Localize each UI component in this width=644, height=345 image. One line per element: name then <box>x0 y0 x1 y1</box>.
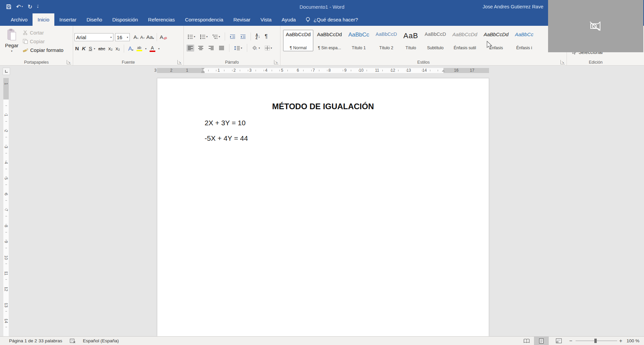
web-layout-icon <box>556 338 562 343</box>
bullets-button[interactable]: ▾ <box>186 33 196 40</box>
right-indent-marker[interactable] <box>442 70 445 72</box>
style-subtitulo[interactable]: AaBbCcDSubtítulo <box>422 30 449 51</box>
print-layout-icon <box>539 338 544 344</box>
italic-button[interactable]: K <box>82 46 86 51</box>
bold-button[interactable]: N <box>75 46 79 51</box>
font-color-button[interactable]: A <box>150 46 155 52</box>
estilos-dialog-launcher[interactable]: ↘ <box>560 60 565 64</box>
align-left-button[interactable] <box>186 45 194 52</box>
tab-stop-selector[interactable] <box>3 68 10 75</box>
ruler-top-margin <box>3 78 9 99</box>
tab-disposicion[interactable]: Disposición <box>107 13 143 26</box>
paste-button[interactable]: Pegar ▾ <box>3 28 21 58</box>
cut-button[interactable]: Cortar <box>23 29 63 36</box>
undo-button[interactable]: ↶▾ <box>16 4 23 10</box>
tab-referencias[interactable]: Referencias <box>143 13 180 26</box>
font-size-value: 16 <box>117 34 122 40</box>
align-right-button[interactable] <box>207 45 215 52</box>
tell-me-box[interactable]: ¿Qué desea hacer? <box>306 13 358 26</box>
proofing-status-button[interactable] <box>70 337 76 345</box>
redo-button[interactable]: ↻ <box>28 4 32 10</box>
shrink-font-button[interactable]: A˅ <box>140 35 145 40</box>
ruler-number: 6 <box>297 68 299 73</box>
grow-font-button[interactable]: A˄ <box>133 34 139 40</box>
style-enfasis-sutil[interactable]: AaBbCcDdÉnfasis sutil <box>450 30 480 51</box>
parrafo-dialog-launcher[interactable]: ↘ <box>274 60 278 64</box>
font-color-dropdown-icon[interactable]: ▾ <box>158 47 160 50</box>
fuente-dialog-launcher[interactable]: ↘ <box>177 60 182 64</box>
multilevel-list-button[interactable]: ▾ <box>211 33 221 40</box>
tab-archivo[interactable]: Archivo <box>6 13 33 26</box>
save-icon <box>6 4 11 9</box>
text-effects-button[interactable]: A▾ <box>128 46 133 52</box>
signed-in-user[interactable]: Jose Andres Gutierrez Rave <box>483 0 543 13</box>
style-titulo-2[interactable]: AaBbCcDTítulo 2 <box>373 30 400 51</box>
clear-formatting-button[interactable]: A <box>160 34 167 40</box>
ruler-number: 2 <box>233 68 236 73</box>
tab-insertar[interactable]: Insertar <box>54 13 82 26</box>
underline-button[interactable]: S <box>89 46 92 51</box>
read-mode-button[interactable] <box>519 337 534 345</box>
style-titulo-1[interactable]: AaBbCcTítulo 1 <box>345 30 372 51</box>
print-layout-button[interactable] <box>534 337 549 345</box>
font-family-value: Arial <box>76 34 86 40</box>
increase-indent-button[interactable] <box>239 33 247 40</box>
portapapeles-dialog-launcher[interactable]: ↘ <box>67 60 71 64</box>
borders-button[interactable]: ▾ <box>264 45 273 52</box>
decrease-indent-button[interactable] <box>229 33 236 40</box>
web-layout-button[interactable] <box>551 337 566 345</box>
style-normal[interactable]: AaBbCcDd¶ Normal <box>283 30 313 51</box>
language-indicator[interactable]: Español (España) <box>83 337 119 345</box>
change-case-button[interactable]: Aa▾ <box>146 34 154 40</box>
highlight-dropdown-icon[interactable]: ▾ <box>145 47 147 50</box>
style-sin-espaciado[interactable]: AaBbCcDd¶ Sin espa... <box>314 30 344 51</box>
save-button[interactable] <box>6 4 11 9</box>
undo-dropdown-icon[interactable]: ▾ <box>21 5 23 8</box>
zoom-slider-thumb[interactable] <box>594 339 597 343</box>
show-marks-button[interactable]: ¶ <box>264 32 269 41</box>
superscript-button[interactable]: x2 <box>116 46 120 51</box>
customize-qat-button[interactable]: ▾ <box>37 5 39 9</box>
justify-button[interactable] <box>218 45 225 52</box>
customize-qat-icon: ▾ <box>37 5 39 9</box>
subscript-button[interactable]: x2 <box>108 46 113 51</box>
tab-correspondencia[interactable]: Correspondencia <box>180 13 228 26</box>
numbering-button[interactable]: ▾ <box>199 33 209 40</box>
paste-dropdown-icon[interactable]: ▾ <box>11 50 12 53</box>
tab-diseno[interactable]: Diseño <box>82 13 107 26</box>
font-size-select[interactable]: 16▾ <box>115 33 130 41</box>
ruler-number: 14 <box>4 319 8 323</box>
ruler-number: 13 <box>4 303 8 307</box>
tab-vista[interactable]: Vista <box>255 13 276 26</box>
ruler-number: 1 <box>4 114 8 117</box>
style-enfasis[interactable]: AaBbCcDdÉnfasis <box>481 30 511 51</box>
mouse-cursor <box>486 41 492 50</box>
format-painter-button[interactable]: Copiar formato <box>23 47 63 54</box>
line-spacing-button[interactable]: ▾ <box>233 45 243 52</box>
left-indent-marker[interactable] <box>201 72 205 73</box>
strikethrough-button[interactable]: abc <box>98 47 105 51</box>
tab-inicio[interactable]: Inicio <box>33 13 54 26</box>
font-family-select[interactable]: Arial▾ <box>74 33 113 41</box>
tab-revisar[interactable]: Revisar <box>228 13 256 26</box>
zoom-in-button[interactable]: + <box>619 337 622 345</box>
group-portapapeles: Pegar ▾ Cortar Copiar Copiar formato Por… <box>0 26 73 66</box>
zoom-percentage[interactable]: 100 % <box>627 337 639 345</box>
copy-button[interactable]: Copiar <box>23 38 63 45</box>
shading-button[interactable]: ▾ <box>251 45 261 52</box>
word-count[interactable]: 33 palabras <box>39 337 62 345</box>
highlight-color-button[interactable]: ab <box>137 46 142 51</box>
ruler-number: 10 <box>4 255 8 260</box>
align-center-button[interactable] <box>197 45 205 52</box>
style-titulo[interactable]: AaBTítulo <box>400 30 421 51</box>
vertical-ruler: 11234567891011121314 <box>3 78 9 336</box>
document-page[interactable]: MÉTODO DE IGUALACIÓN 2X + 3Y = 10 -5X + … <box>157 78 489 336</box>
tab-ayuda[interactable]: Ayuda <box>277 13 301 26</box>
sort-button[interactable]: AZ↓ <box>255 32 261 41</box>
increase-indent-icon <box>240 34 246 39</box>
page-indicator[interactable]: Página 1 de 2 <box>9 337 37 345</box>
zoom-out-button[interactable]: − <box>569 337 572 345</box>
underline-dropdown-icon[interactable]: ▾ <box>94 47 95 50</box>
cut-label: Cortar <box>30 30 44 36</box>
style-enfasis-intenso[interactable]: AaBbCcÉnfasis i <box>512 30 536 51</box>
